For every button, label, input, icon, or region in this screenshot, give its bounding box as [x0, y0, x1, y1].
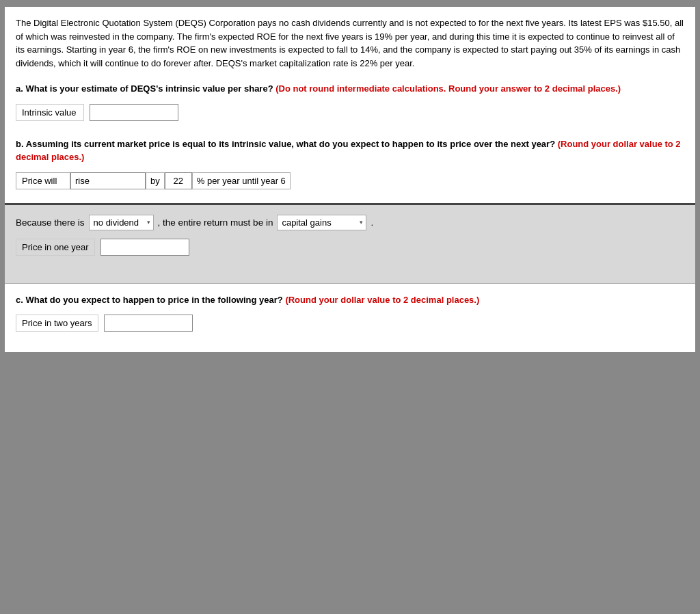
price-two-years-input[interactable] — [104, 315, 193, 332]
question-c-instruction: (Round your dollar value to 2 decimal pl… — [285, 295, 479, 305]
price-one-year-label: Price in one year — [16, 239, 95, 256]
no-dividend-select[interactable]: no dividend a dividend — [90, 215, 153, 230]
period-text: . — [371, 217, 373, 228]
capital-gains-select[interactable]: capital gains price appreciation — [278, 215, 366, 230]
intro-text: The Digital Electronic Quotation System … — [16, 16, 684, 70]
question-a-text: a. What is your estimate of DEQS's intri… — [16, 82, 684, 96]
entire-return-text: , the entire return must be in — [158, 217, 273, 228]
question-a-label: a. What is your estimate of DEQS's intri… — [16, 83, 273, 94]
by-label: by — [146, 172, 165, 189]
per-year-label: % per year until year 6 — [192, 172, 291, 189]
because-row: Because there is no dividend a dividend … — [16, 215, 684, 230]
price-will-input[interactable] — [70, 172, 146, 189]
question-c-text: c. What do you expect to happen to price… — [16, 293, 684, 307]
question-b-container: b. Assuming its current market price is … — [16, 137, 684, 189]
question-b-label: b. Assuming its current market price is … — [16, 139, 555, 149]
question-c-label: c. What do you expect to happen to price… — [16, 295, 283, 305]
percent-input[interactable] — [165, 172, 192, 189]
intrinsic-value-label: Intrinsic value — [16, 104, 84, 121]
price-two-years-row: Price in two years — [16, 315, 684, 332]
intrinsic-value-input[interactable] — [90, 104, 178, 121]
question-b-text: b. Assuming its current market price is … — [16, 137, 684, 164]
price-will-row: Price will by % per year until year 6 — [16, 172, 684, 189]
question-a-container: a. What is your estimate of DEQS's intri… — [16, 82, 684, 121]
price-one-year-row: Price in one year — [16, 239, 684, 256]
intrinsic-value-row: Intrinsic value — [16, 104, 684, 121]
price-two-years-label: Price in two years — [16, 315, 98, 332]
price-will-label: Price will — [16, 172, 70, 189]
price-one-year-input[interactable] — [100, 239, 189, 256]
question-c-container: c. What do you expect to happen to price… — [5, 283, 695, 353]
capital-gains-select-wrapper[interactable]: capital gains price appreciation ▾ — [277, 215, 366, 230]
question-a-instruction: (Do not round intermediate calculations.… — [275, 83, 621, 94]
because-text: Because there is — [16, 217, 85, 228]
no-dividend-select-wrapper[interactable]: no dividend a dividend ▾ — [89, 215, 154, 230]
